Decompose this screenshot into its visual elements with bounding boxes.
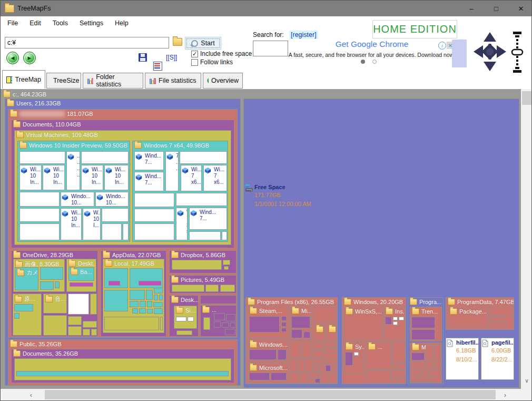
treemap-cell[interactable]	[249, 349, 277, 360]
treemap-cell[interactable]	[109, 281, 120, 286]
treemap-cell[interactable]	[154, 308, 163, 314]
save-icon[interactable]	[139, 53, 147, 62]
treemap-cell[interactable]	[160, 317, 163, 330]
treemap-cell[interactable]	[320, 365, 324, 371]
scroll-right-icon[interactable]: ›	[498, 389, 513, 400]
treemap-cell[interactable]	[188, 317, 194, 321]
treemap-cell[interactable]	[132, 308, 138, 314]
treemap-cell[interactable]	[490, 317, 504, 321]
treemap-cell[interactable]	[332, 365, 337, 371]
pan-control[interactable]	[470, 30, 509, 73]
treemap-cell[interactable]	[392, 342, 405, 362]
node-[interactable]: 音...	[43, 294, 67, 314]
treemap-cell[interactable]	[91, 329, 97, 336]
treemap-cell[interactable]	[104, 317, 159, 330]
treemap-cell[interactable]	[130, 301, 139, 307]
treemap-cell[interactable]	[298, 359, 304, 371]
treemap-cell[interactable]	[180, 151, 227, 164]
treemap-cell[interactable]	[313, 306, 337, 322]
treemap-cell[interactable]	[326, 359, 337, 364]
node-package[interactable]: Package...	[448, 307, 488, 328]
treemap-cell[interactable]	[249, 316, 280, 332]
treemap-cell[interactable]	[230, 322, 235, 328]
treemap-cell[interactable]	[411, 329, 435, 340]
treemap-cell[interactable]	[225, 329, 235, 335]
treemap-cell[interactable]	[68, 294, 89, 315]
treemap-cell[interactable]	[83, 329, 90, 336]
treemap-cell[interactable]	[139, 308, 146, 314]
treemap-cell[interactable]	[290, 359, 297, 371]
treemap-cell[interactable]	[330, 375, 337, 383]
treemap-cell[interactable]	[309, 378, 314, 383]
treemap-cell[interactable]: Wi...7x6...	[181, 165, 202, 191]
treemap-cell[interactable]	[130, 290, 145, 300]
treemap-cell[interactable]: W...7x...s...	[176, 208, 188, 240]
treemap-cell[interactable]	[418, 378, 427, 382]
treemap-cell[interactable]	[176, 330, 192, 335]
treemap-cell[interactable]	[19, 151, 65, 164]
treemap-cell[interactable]	[249, 373, 270, 380]
include-free-space-checkbox[interactable]: ✓	[191, 51, 198, 57]
treemap-cell[interactable]	[411, 369, 421, 376]
treemap-cell[interactable]	[291, 329, 302, 338]
treemap-cell[interactable]	[139, 281, 161, 286]
tab-file-statistics[interactable]: File statistics	[145, 73, 201, 89]
horizontal-scrollbar-thumb[interactable]	[45, 390, 496, 399]
treemap-cell[interactable]	[434, 345, 441, 359]
menu-tools[interactable]: Tools	[47, 17, 74, 29]
treemap-cell[interactable]	[14, 358, 231, 380]
treemap-cell[interactable]	[303, 331, 310, 338]
treemap-cell[interactable]	[411, 361, 425, 368]
treemap-cell[interactable]	[313, 350, 323, 358]
treemap-cell[interactable]	[16, 371, 229, 376]
treemap-cell[interactable]	[321, 375, 329, 383]
treemap-cell[interactable]: Wind...7...	[189, 208, 227, 230]
treemap-cell[interactable]	[392, 363, 398, 369]
minimize-button[interactable]: –	[460, 1, 483, 16]
treemap-cell[interactable]	[490, 322, 506, 328]
treemap-cell[interactable]	[278, 349, 287, 360]
treemap-cell[interactable]	[313, 324, 325, 340]
treemap-cell[interactable]	[399, 377, 405, 383]
node-winsxs[interactable]: WinSxS,...	[343, 307, 382, 340]
treemap-cell[interactable]	[176, 193, 227, 206]
treemap-cell[interactable]	[102, 223, 122, 240]
treemap-cell[interactable]	[146, 290, 153, 300]
treemap-cell[interactable]	[205, 285, 219, 292]
forward-button[interactable]: ▶	[23, 52, 36, 64]
treemap-canvas[interactable]: c:, 464.23GBUsers, 216.33GBFree Space171…	[1, 89, 521, 389]
treemap-cell[interactable]	[223, 260, 230, 265]
treemap-cell[interactable]: Windo...10...	[61, 192, 94, 207]
treemap-cell[interactable]	[102, 208, 129, 222]
node-ba[interactable]: Ba...	[68, 267, 94, 281]
treemap-cell[interactable]	[291, 316, 310, 328]
treemap-cell[interactable]	[385, 317, 392, 325]
treemap-cell[interactable]	[43, 315, 67, 336]
back-button[interactable]: ◀	[6, 52, 19, 64]
treemap-cell[interactable]: 7......	[165, 151, 179, 191]
treemap-cell[interactable]	[189, 231, 221, 240]
treemap-cell[interactable]	[203, 317, 210, 330]
carousel-dot-active[interactable]	[361, 60, 365, 64]
treemap-cell[interactable]	[426, 345, 433, 359]
treemap-cell[interactable]	[429, 370, 441, 376]
treemap-cell[interactable]	[324, 342, 337, 347]
treemap-cell[interactable]: Wind...7...	[134, 172, 164, 191]
treemap-cell[interactable]	[214, 321, 221, 328]
treemap-cell[interactable]: Wi...10In...	[43, 165, 65, 190]
follow-links-checkbox[interactable]	[191, 59, 198, 66]
treemap-cell[interactable]	[55, 281, 60, 288]
vertical-scrollbar[interactable]: ∨	[521, 89, 532, 389]
treemap-cell[interactable]	[281, 322, 287, 327]
treemap-cell[interactable]	[422, 370, 428, 376]
treemap-cell[interactable]	[411, 377, 417, 382]
register-link[interactable]: [register]	[289, 31, 318, 39]
treemap-cell[interactable]	[176, 317, 186, 321]
treemap-cell[interactable]: Wi...10In...	[61, 208, 82, 240]
treemap-cell[interactable]	[426, 360, 433, 369]
treemap-cell[interactable]	[172, 260, 222, 270]
carousel-dot[interactable]	[372, 60, 377, 64]
treemap-cell[interactable]	[271, 373, 287, 380]
node-pagefil[interactable]: pagefil...6.00GB8/22/2...	[481, 338, 514, 380]
treemap-cell[interactable]	[70, 282, 93, 287]
